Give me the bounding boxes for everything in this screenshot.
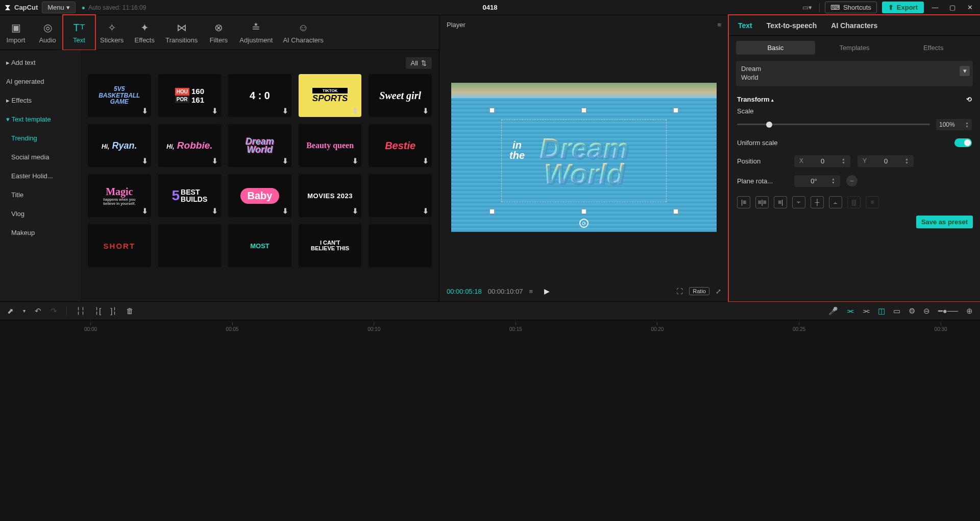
frame-back-icon[interactable]: ≡ [529,288,533,295]
download-icon[interactable]: ⬇ [352,207,358,215]
inspector-tab-tts[interactable]: Text-to-speech [767,21,817,30]
preview-icon[interactable]: ▭ [893,306,900,316]
resize-handle-tm[interactable] [581,108,586,113]
tab-text[interactable]: T⸆Text [63,15,95,50]
template-item[interactable]: Sweet girl⬇ [369,74,432,117]
inspector-tab-text[interactable]: Text [738,21,752,30]
tab-stickers[interactable]: ✧Stickers [95,15,129,50]
delete-icon[interactable]: 🗑 [126,306,134,315]
resize-handle-bl[interactable] [489,209,495,214]
mic-icon[interactable]: 🎤 [828,306,838,316]
template-item[interactable]: Magichappens when you believe in yoursel… [88,174,151,217]
rotate-handle[interactable]: ⟳ [579,219,589,228]
ratio-button[interactable]: Ratio [689,287,709,295]
sidebar-add-text[interactable]: ▸ Add text [0,53,81,72]
trim-left-icon[interactable]: ╎[ [94,306,101,316]
text-selection-box[interactable]: in the Dream World ⟳ [492,110,676,211]
download-icon[interactable]: ⬇ [142,157,148,165]
text-dropdown-icon[interactable]: ▾ [960,66,970,76]
tab-adjustment[interactable]: ≛Adjustment [234,15,278,50]
fit-icon[interactable]: ⛶ [676,288,683,295]
undo-icon[interactable]: ↶ [35,306,41,316]
tab-effects[interactable]: ✦Effects [129,15,160,50]
tab-filters[interactable]: ⊗Filters [203,15,234,50]
resize-handle-br[interactable] [673,209,678,214]
tab-import[interactable]: ▣Import [0,15,32,50]
resize-handle-bm[interactable] [581,209,586,214]
template-item[interactable]: 4 : 0⬇ [228,74,291,117]
template-item[interactable]: ⬇ [369,174,432,217]
sidebar-makeup[interactable]: Makeup [0,223,81,242]
sidebar-easter[interactable]: Easter Holid... [0,167,81,185]
scale-slider[interactable] [737,120,930,130]
select-tool-icon[interactable]: ⬈ [7,306,14,316]
align-vcenter-icon[interactable]: ┼ [811,196,824,208]
template-item[interactable]: TIKTOKSPORTS⬇ [299,74,362,117]
uniform-scale-toggle[interactable] [954,138,972,147]
align-hcenter-icon[interactable]: ≡|≡ [755,196,769,208]
zoom-out-icon[interactable]: ⊖ [923,306,930,316]
text-content-field[interactable]: Dream World ▾ [736,61,973,86]
tab-audio[interactable]: ◎Audio [32,15,63,50]
save-as-preset-button[interactable]: Save as preset [916,216,973,228]
minimize-button[interactable]: — [929,2,941,14]
download-icon[interactable]: ⬇ [282,157,288,165]
template-item[interactable]: Bestie⬇ [369,124,432,167]
tab-ai-characters[interactable]: ☺AI Characters [278,15,328,50]
filter-all-button[interactable]: All⇅ [406,57,432,69]
reset-transform-icon[interactable]: ⟲ [966,96,972,103]
project-title[interactable]: 0418 [483,4,498,11]
subtab-basic[interactable]: Basic [736,41,815,55]
timeline-settings-icon[interactable]: ⚙ [909,306,915,316]
sidebar-trending[interactable]: Trending [0,129,81,148]
position-x-input[interactable]: X0▲▼ [794,155,850,167]
export-button[interactable]: ⬆ Export [882,2,924,13]
resize-handle-tl[interactable] [489,108,495,113]
zoom-in-icon[interactable]: ⊕ [966,306,973,316]
download-icon[interactable]: ⬇ [282,207,288,215]
position-y-input[interactable]: Y0▲▼ [857,155,914,167]
preview-canvas[interactable]: in the Dream World ⟳ [451,83,717,232]
template-item[interactable]: 5BEST BUILDS⬇ [158,174,222,217]
template-item[interactable]: Hi, Robbie.⬇ [158,124,222,167]
template-item[interactable]: HOUPOR160161⬇ [158,74,222,117]
sidebar-effects[interactable]: ▸ Effects [0,91,81,110]
download-icon[interactable]: ⬇ [423,207,429,215]
download-icon[interactable]: ⬇ [352,107,358,115]
menu-button[interactable]: Menu ▾ [42,2,76,13]
fullscreen-icon[interactable]: ⤢ [716,288,721,295]
download-icon[interactable]: ⬇ [282,107,288,115]
download-icon[interactable]: ⬇ [142,207,148,215]
sidebar-title[interactable]: Title [0,185,81,204]
download-icon[interactable]: ⬇ [142,107,148,115]
shortcuts-button[interactable]: ⌨ Shortcuts [825,2,877,13]
align-right-icon[interactable]: ≡| [774,196,787,208]
template-item[interactable]: Baby⬇ [228,174,291,217]
close-button[interactable]: ✕ [964,2,976,14]
resize-handle-tr[interactable] [673,108,678,113]
plane-rotation-input[interactable]: 0°▲▼ [794,175,840,187]
subtab-templates[interactable]: Templates [815,41,894,55]
play-button[interactable]: ▶ [544,287,550,295]
sidebar-vlog[interactable]: Vlog [0,204,81,223]
template-item[interactable]: MOST [228,224,291,267]
download-icon[interactable]: ⬇ [212,207,218,215]
template-item[interactable]: MOVIES 2023⬇ [299,174,362,217]
download-icon[interactable]: ⬇ [423,107,429,115]
template-item[interactable]: 5V5 BASKETBALL GAME⬇ [88,74,151,117]
maximize-button[interactable]: ▢ [946,2,959,14]
inspector-tab-ai[interactable]: AI Characters [831,21,877,30]
rotation-dial[interactable]: − [846,175,857,186]
download-icon[interactable]: ⬇ [423,157,429,165]
timeline-ruler[interactable]: 00:00 00:05 00:10 00:15 00:20 00:25 00:3… [84,320,970,333]
template-item[interactable]: Dream World⬇ [228,124,291,167]
subtab-effects[interactable]: Effects [894,41,973,55]
split-icon[interactable]: ╎╎ [76,306,85,316]
sidebar-social-media[interactable]: Social media [0,148,81,167]
template-item[interactable] [369,224,432,267]
link-icon[interactable]: ⫘ [862,306,870,315]
magnet-icon[interactable]: ⫘ [846,306,854,315]
zoom-slider[interactable]: ━●── [938,306,958,316]
template-item[interactable]: Hi, Ryan.⬇ [88,124,151,167]
trim-right-icon[interactable]: ]╎ [110,306,117,316]
